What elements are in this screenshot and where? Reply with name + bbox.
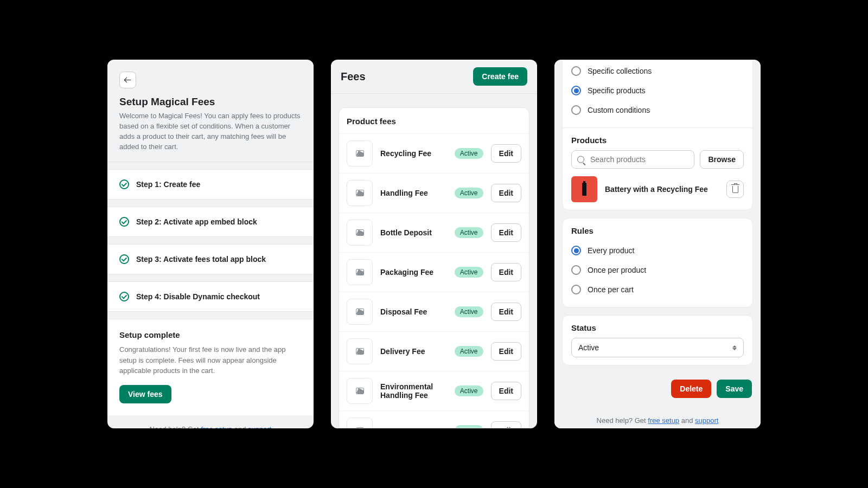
edit-fee-button[interactable]: Edit — [491, 342, 521, 361]
radio-once-per-cart[interactable]: Once per cart — [571, 280, 744, 299]
create-fee-button[interactable]: Create fee — [473, 67, 527, 86]
status-badge: Active — [455, 306, 483, 317]
delete-button[interactable]: Delete — [671, 380, 711, 398]
edit-fee-button[interactable]: Edit — [491, 421, 521, 428]
status-badge: Active — [455, 148, 483, 159]
complete-heading: Setup complete — [119, 330, 302, 339]
back-button[interactable] — [119, 72, 136, 88]
view-fees-button[interactable]: View fees — [119, 385, 171, 403]
status-card: Status Active — [562, 315, 753, 365]
image-icon — [356, 269, 364, 275]
check-circle-icon — [119, 254, 129, 264]
status-value: Active — [578, 343, 599, 352]
status-badge: Active — [455, 386, 483, 396]
fee-name: Disposal Fee — [380, 307, 447, 316]
radio-icon — [571, 86, 581, 95]
radio-specific-collections[interactable]: Specific collections — [571, 61, 744, 81]
check-circle-icon — [119, 217, 129, 227]
fee-row: Disposal FeeActiveEdit — [339, 292, 529, 331]
step-row-4[interactable]: Step 4: Disable Dynamic checkout — [107, 281, 314, 312]
fee-row: Environmental Handling FeeActiveEdit — [339, 371, 529, 410]
edit-fee-button[interactable]: Edit — [491, 223, 521, 242]
product-thumbnail — [571, 176, 597, 202]
image-icon — [356, 190, 364, 196]
image-icon — [356, 388, 364, 394]
fee-row: Bottle DepositActiveEdit — [339, 213, 529, 252]
setup-description: Welcome to Magical Fees! You can apply f… — [119, 111, 302, 152]
product-name: Battery with a Recycling Fee — [605, 185, 719, 194]
step-row-1[interactable]: Step 1: Create fee — [107, 169, 314, 200]
image-icon — [356, 150, 364, 157]
trash-icon — [732, 186, 738, 193]
products-heading: Products — [571, 136, 744, 145]
product-search-input[interactable] — [571, 150, 694, 169]
radio-icon — [571, 246, 581, 255]
step-label: Step 4: Disable Dynamic checkout — [136, 292, 260, 301]
arrow-left-icon — [125, 77, 131, 84]
rules-card: Rules Every product Once per product Onc… — [562, 218, 753, 307]
status-badge: Active — [455, 227, 483, 238]
remove-product-button[interactable] — [726, 181, 744, 198]
edit-fee-button[interactable]: Edit — [491, 263, 521, 281]
status-select[interactable]: Active — [571, 338, 744, 357]
free-setup-link[interactable]: free setup — [201, 425, 232, 428]
fee-thumbnail — [347, 220, 373, 246]
fee-name: Bottle Deposit — [380, 228, 447, 237]
check-circle-icon — [119, 179, 129, 189]
edit-fee-button[interactable]: Edit — [491, 382, 521, 400]
step-row-3[interactable]: Step 3: Activate fees total app block — [107, 244, 314, 274]
fees-header: Fees Create fee — [331, 60, 537, 94]
applies-to-card: Specific collections Specific products C… — [562, 60, 753, 210]
setup-complete-card: Setup complete Congratulations! Your fir… — [107, 319, 314, 415]
fee-thumbnail — [347, 338, 373, 364]
status-badge: Active — [455, 188, 483, 198]
step-label: Step 3: Activate fees total app block — [136, 255, 266, 264]
page-title: Fees — [341, 70, 366, 83]
fee-thumbnail — [347, 259, 373, 285]
support-link[interactable]: support — [695, 416, 718, 425]
radio-custom-conditions[interactable]: Custom conditions — [571, 100, 744, 120]
support-link[interactable]: support — [248, 425, 271, 428]
radio-every-product[interactable]: Every product — [571, 241, 744, 260]
fee-name: Delivery Fee — [380, 347, 447, 356]
fee-name: Recycling Fee — [380, 149, 447, 158]
fee-edit-panel: Specific collections Specific products C… — [554, 60, 761, 428]
radio-icon — [571, 265, 581, 275]
setup-title: Setup Magical Fees — [119, 96, 302, 108]
edit-fee-button[interactable]: Edit — [491, 144, 521, 163]
help-text: Need help? Get free setup and support — [107, 415, 314, 428]
image-icon — [356, 427, 364, 428]
radio-label: Specific collections — [588, 67, 652, 75]
product-fees-card: Product fees Recycling FeeActiveEditHand… — [339, 107, 529, 428]
action-row: Delete Save — [554, 365, 761, 407]
fee-name: Handling Fee — [380, 189, 447, 197]
edit-fee-button[interactable]: Edit — [491, 184, 521, 202]
edit-fee-button[interactable]: Edit — [491, 303, 521, 321]
radio-specific-products[interactable]: Specific products — [571, 81, 744, 100]
image-icon — [356, 309, 364, 315]
radio-label: Specific products — [588, 86, 646, 95]
fee-thumbnail — [347, 140, 373, 166]
fee-thumbnail — [347, 299, 373, 325]
status-badge: Active — [455, 346, 483, 357]
image-icon — [356, 229, 364, 236]
radio-label: Once per cart — [588, 285, 634, 294]
browse-button[interactable]: Browse — [700, 150, 744, 169]
select-caret-icon — [732, 345, 737, 350]
radio-label: Custom conditions — [588, 106, 650, 114]
step-label: Step 2: Activate app embed block — [136, 217, 257, 226]
fee-row: Packaging FeeActiveEdit — [339, 252, 529, 292]
step-row-2[interactable]: Step 2: Activate app embed block — [107, 207, 314, 237]
image-icon — [356, 348, 364, 355]
fee-thumbnail — [347, 418, 373, 428]
fee-name: Environmental Handling Fee — [380, 382, 447, 400]
fee-thumbnail — [347, 378, 373, 404]
save-button[interactable]: Save — [717, 380, 752, 398]
free-setup-link[interactable]: free setup — [648, 416, 679, 425]
complete-body: Congratulations! Your first fee is now l… — [119, 344, 302, 376]
status-heading: Status — [571, 323, 744, 332]
setup-header: Setup Magical Fees Welcome to Magical Fe… — [107, 60, 314, 162]
search-icon — [577, 156, 584, 163]
status-badge: Active — [455, 425, 483, 428]
radio-once-per-product[interactable]: Once per product — [571, 260, 744, 280]
